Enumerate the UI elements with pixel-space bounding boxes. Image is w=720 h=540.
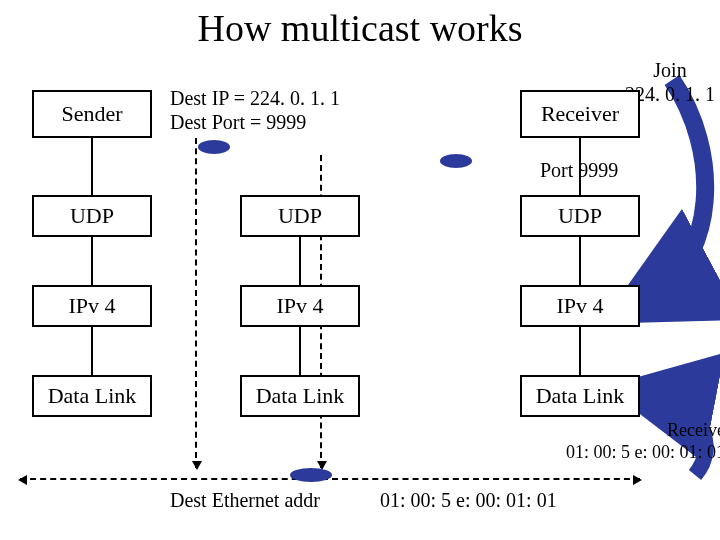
udp-box-sender: UDP bbox=[32, 195, 152, 237]
ethernet-line bbox=[20, 478, 640, 480]
stem bbox=[299, 237, 301, 285]
stem bbox=[91, 237, 93, 285]
accent-oval bbox=[290, 468, 332, 482]
stem bbox=[579, 327, 581, 375]
ipv4-box-router: IPv 4 bbox=[240, 285, 360, 327]
accent-oval bbox=[440, 154, 472, 168]
sender-box: Sender bbox=[32, 90, 152, 138]
ethernet-addr-value: 01: 00: 5 e: 00: 01: 01 bbox=[380, 488, 557, 512]
datalink-box-sender: Data Link bbox=[32, 375, 152, 417]
udp-box-receiver: UDP bbox=[520, 195, 640, 237]
datalink-box-router: Data Link bbox=[240, 375, 360, 417]
port-label: Port 9999 bbox=[540, 158, 618, 182]
dashed-path-sender bbox=[195, 138, 197, 468]
ipv4-box-receiver: IPv 4 bbox=[520, 285, 640, 327]
ipv4-box-sender: IPv 4 bbox=[32, 285, 152, 327]
receive-label: Receive 01: 00: 5 e: 00: 01: 01 bbox=[560, 420, 720, 463]
ethernet-addr-label: Dest Ethernet addr bbox=[170, 488, 320, 512]
stem bbox=[299, 327, 301, 375]
stem bbox=[579, 237, 581, 285]
datalink-box-receiver: Data Link bbox=[520, 375, 640, 417]
udp-box-router: UDP bbox=[240, 195, 360, 237]
stem bbox=[91, 327, 93, 375]
diagram-stage: How multicast works Join 224. 0. 1. 1 De… bbox=[0, 0, 720, 540]
slide-title: How multicast works bbox=[0, 6, 720, 50]
dest-info: Dest IP = 224. 0. 1. 1 Dest Port = 9999 bbox=[170, 86, 340, 134]
receiver-box: Receiver bbox=[520, 90, 640, 138]
stem bbox=[91, 138, 93, 195]
accent-oval bbox=[198, 140, 230, 154]
